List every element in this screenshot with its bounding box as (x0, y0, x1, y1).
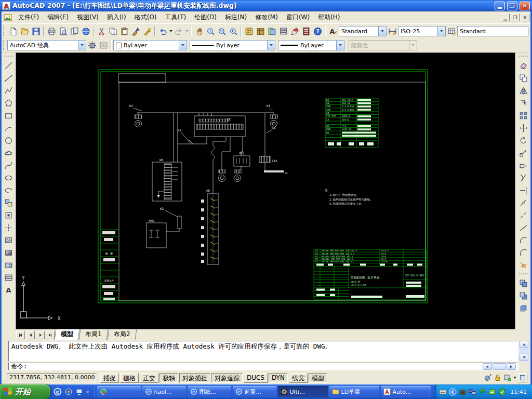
new-button[interactable] (7, 25, 19, 37)
toggle-osnap[interactable]: 对象捕捉 (179, 373, 210, 383)
taskbar-button-tuzhi[interactable]: e 图纸... (188, 386, 231, 397)
move-button[interactable] (517, 122, 530, 134)
zoom-realtime-button[interactable] (205, 25, 216, 37)
taskbar-button-haol[interactable]: e haol... (142, 386, 186, 397)
ellipse-button[interactable] (3, 171, 15, 184)
taskbar-button-qizhong[interactable]: e 起重... (233, 386, 276, 397)
command-history[interactable]: Autodesk DWG。 此文件上次由 Autodesk 应用程序或 Auto… (8, 341, 518, 362)
redo-button[interactable] (173, 25, 184, 37)
menu-view[interactable]: 视图(V) (73, 12, 103, 23)
menu-dimension[interactable]: 标注(N) (221, 12, 251, 23)
text-style-icon[interactable]: A (327, 25, 339, 37)
scroll-left-button[interactable] (483, 363, 492, 370)
combo-arrow-icon[interactable] (78, 41, 86, 50)
combo-arrow-icon[interactable] (179, 41, 187, 50)
copy-object-button[interactable] (517, 72, 530, 84)
tray-messenger-icon[interactable] (488, 388, 496, 396)
point-button[interactable] (3, 221, 15, 234)
redo-dropdown-arrow[interactable] (184, 25, 189, 37)
toolbar-grip[interactable] (519, 56, 528, 58)
polyline-button[interactable] (3, 84, 15, 97)
child-minimize-button[interactable]: ▁ (501, 14, 510, 21)
ellipse-arc-button[interactable] (3, 184, 15, 196)
draworder-bring-above-button[interactable] (517, 302, 530, 314)
tab-layout2[interactable]: 布局2 (107, 329, 137, 340)
table-style-combo[interactable]: Standard (457, 26, 528, 36)
titlebar[interactable]: A AutoCAD 2007 - [E:\行车图纸\LD单梁\电动单梁起重机安装… (0, 0, 532, 11)
array-button[interactable] (517, 109, 530, 122)
tray-keyboard-icon[interactable] (439, 388, 447, 396)
rotate-button[interactable] (517, 134, 530, 147)
revision-cloud-button[interactable] (3, 147, 15, 159)
insert-block-button[interactable] (3, 196, 15, 209)
toggle-polar[interactable]: 极轴 (159, 373, 178, 383)
sheet-set-manager-button[interactable] (277, 25, 289, 37)
dim-style-combo[interactable]: ISO-25 (398, 26, 446, 36)
restore-button[interactable]: ❐ (507, 2, 517, 10)
save-button[interactable] (30, 25, 42, 37)
scroll-thumb[interactable] (493, 363, 506, 370)
cut-button[interactable] (96, 25, 107, 37)
menu-modify[interactable]: 修改(M) (251, 12, 282, 23)
my-workspace-icon[interactable] (98, 39, 109, 51)
polygon-button[interactable] (3, 97, 15, 109)
toolbar-grip[interactable] (4, 56, 14, 58)
tab-last-button[interactable] (46, 331, 55, 339)
draworder-bring-to-front-button[interactable] (517, 277, 530, 289)
start-button[interactable]: 开始 (0, 384, 50, 399)
join-button[interactable] (517, 221, 530, 234)
tab-model[interactable]: 模型 (55, 329, 80, 340)
properties-button[interactable] (243, 25, 255, 37)
make-block-button[interactable] (3, 209, 15, 221)
text-style-combo[interactable]: Standard (339, 26, 387, 36)
command-prompt-row[interactable]: 命令: (8, 363, 518, 370)
toolbar-grip[interactable] (519, 273, 528, 276)
tray-shield-icon[interactable] (498, 388, 506, 396)
quicklaunch-ie-icon[interactable]: e (54, 388, 62, 396)
workspace-settings-icon[interactable] (86, 39, 98, 51)
combo-arrow-icon[interactable] (378, 26, 386, 36)
document-icon[interactable] (4, 14, 12, 22)
3d-dwf-button[interactable] (80, 25, 91, 37)
hatch-button[interactable] (3, 234, 15, 246)
plot-button[interactable] (46, 25, 57, 37)
minimize-button[interactable]: ▬ (495, 2, 505, 10)
erase-button[interactable] (517, 59, 530, 72)
table-button[interactable] (3, 271, 15, 284)
quicklaunch-chevron-icon[interactable]: » (86, 389, 89, 394)
tray-network-icon[interactable] (469, 388, 476, 396)
combo-arrow-icon[interactable] (267, 41, 275, 50)
pan-button[interactable] (193, 25, 205, 37)
linetype-combo[interactable]: ByLayer (190, 40, 275, 50)
copy-button[interactable] (107, 25, 118, 37)
menu-tools[interactable]: 工具(T) (161, 12, 191, 23)
draworder-send-to-back-button[interactable] (517, 289, 530, 302)
toggle-ortho[interactable]: 正交 (140, 373, 158, 383)
explode-button[interactable] (517, 259, 530, 271)
menu-format[interactable]: 格式(O) (130, 12, 161, 23)
lineweight-combo[interactable]: ByLayer (278, 40, 344, 50)
mirror-button[interactable] (517, 84, 530, 97)
table-style-icon[interactable] (446, 25, 457, 37)
toggle-model[interactable]: 模型 (309, 373, 327, 383)
trim-button[interactable] (517, 171, 530, 184)
tray-camera-icon[interactable] (459, 388, 467, 396)
undo-dropdown-arrow[interactable] (168, 25, 173, 37)
mtext-button[interactable]: A (3, 284, 15, 296)
taskbar-button-folder[interactable]: LD单梁 (329, 386, 379, 397)
toolbar-lock-icon[interactable] (494, 374, 502, 382)
taskbar-button-app[interactable] (97, 386, 141, 397)
zoom-previous-button[interactable] (228, 25, 239, 37)
child-close-button[interactable]: ✕ (521, 14, 529, 21)
command-hscrollbar[interactable] (483, 363, 516, 370)
command-vscrollbar[interactable] (520, 341, 528, 362)
scroll-right-button[interactable] (507, 363, 516, 370)
toggle-ducs[interactable]: DUCS (244, 373, 268, 383)
drawing-area[interactable]: 会 签 底图总号 (16, 52, 515, 329)
quicklaunch-media-player-icon[interactable] (64, 388, 73, 396)
combo-arrow-icon[interactable] (336, 41, 344, 50)
close-button[interactable]: ✕ (520, 2, 530, 10)
tab-first-button[interactable] (16, 331, 25, 339)
dim-style-icon[interactable] (387, 25, 398, 37)
designcenter-button[interactable] (255, 25, 266, 37)
